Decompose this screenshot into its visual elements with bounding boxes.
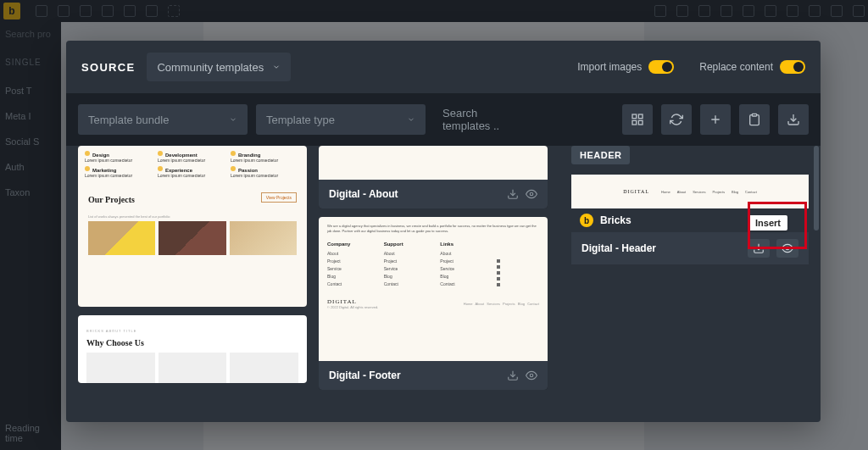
chevron-down-icon [229, 115, 237, 124]
svg-rect-3 [638, 120, 643, 125]
template-thumbnail: DesignLorem ipsum consectetur Developmen… [78, 146, 307, 307]
svg-point-9 [530, 192, 533, 196]
template-card[interactable]: DesignLorem ipsum consectetur Developmen… [78, 146, 307, 307]
gallery-column: DesignLorem ipsum consectetur Developmen… [78, 146, 307, 410]
grid-view-button[interactable] [622, 104, 653, 135]
insert-icon[interactable] [507, 369, 519, 381]
replace-content-toggle[interactable]: Replace content [699, 60, 805, 74]
template-card[interactable]: We are a digital agency that specializes… [319, 217, 548, 390]
template-type-select[interactable]: Template type [256, 104, 426, 135]
add-button[interactable] [700, 104, 731, 135]
paste-button[interactable] [739, 104, 770, 135]
template-gallery: DesignLorem ipsum consectetur Developmen… [66, 146, 821, 422]
search-input[interactable]: Search templates .. [434, 104, 528, 135]
preview-icon[interactable] [526, 188, 537, 200]
svg-rect-0 [632, 114, 637, 119]
template-thumbnail [319, 146, 548, 180]
template-card[interactable]: BRICKS ABOUT TITLE Why Choose Us [78, 315, 307, 383]
scrollbar[interactable] [814, 146, 819, 422]
chevron-down-icon [407, 115, 415, 124]
switch-on-icon[interactable] [648, 60, 674, 74]
refresh-button[interactable] [661, 104, 692, 135]
modal-header: SOURCE Community templates Import images… [66, 41, 821, 93]
svg-rect-1 [638, 114, 643, 119]
insert-button[interactable] [748, 239, 770, 258]
template-brand-row: b Bricks [571, 208, 809, 232]
source-dropdown[interactable]: Community templates [147, 53, 291, 81]
svg-point-13 [786, 247, 789, 250]
svg-point-11 [530, 374, 533, 377]
template-thumbnail: We are a digital agency that specializes… [319, 217, 548, 361]
scrollbar-thumb[interactable] [814, 146, 819, 231]
download-button[interactable] [778, 104, 809, 135]
preview-icon[interactable] [526, 369, 537, 381]
template-thumbnail: DIGITAL Home About Services Projects Blo… [571, 175, 809, 208]
template-caption: Digital - About [319, 180, 548, 208]
switch-on-icon[interactable] [780, 60, 805, 74]
template-card[interactable]: Digital - About [319, 146, 548, 208]
modal-title: SOURCE [81, 61, 135, 74]
header-badge: HEADER [571, 146, 630, 164]
template-library-modal: SOURCE Community templates Import images… [66, 41, 821, 422]
template-thumbnail: BRICKS ABOUT TITLE Why Choose Us [78, 315, 307, 383]
chevron-down-icon [272, 63, 281, 71]
template-card-header[interactable]: DIGITAL Home About Services Projects Blo… [571, 175, 809, 264]
source-selected: Community templates [157, 61, 264, 74]
template-bundle-select[interactable]: Template bundle [78, 104, 248, 135]
gallery-column: HEADER DIGITAL Home About Services Proje… [571, 146, 809, 410]
svg-rect-6 [752, 114, 756, 116]
preview-button[interactable] [776, 239, 798, 258]
template-caption: Digital - Header Insert [571, 232, 809, 264]
svg-rect-2 [632, 120, 637, 125]
gallery-column: Digital - About We are a digital agency … [319, 146, 548, 410]
import-images-toggle[interactable]: Import images [577, 60, 674, 74]
bricks-logo-icon: b [580, 214, 593, 227]
insert-icon[interactable] [507, 188, 519, 200]
filter-bar: Template bundle Template type Search tem… [66, 93, 821, 146]
template-caption: Digital - Footer [319, 361, 548, 390]
